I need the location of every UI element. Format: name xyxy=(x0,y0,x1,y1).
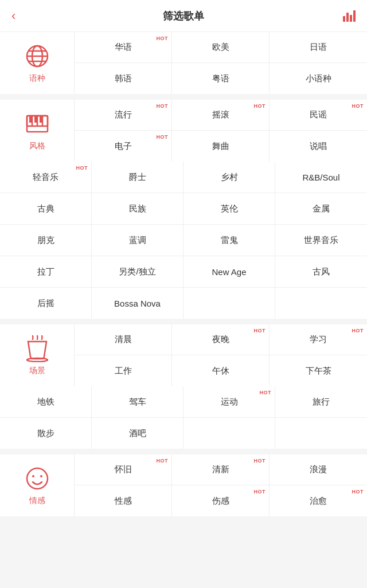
tag-hanyu[interactable]: 韩语 xyxy=(75,63,172,94)
tag-label: 地铁 xyxy=(37,397,54,407)
tag-qingxin[interactable]: HOT 清新 xyxy=(172,454,270,485)
tag-label: 粤语 xyxy=(212,73,229,84)
style-tag-grid-top: HOT 流行 HOT 摇滚 HOT 民谣 HOT 电子 舞曲 说唱 xyxy=(75,100,367,162)
tag-yundong[interactable]: HOT 运动 xyxy=(184,386,275,417)
tag-dianzi[interactable]: HOT 电子 xyxy=(75,131,172,162)
tag-wuqu[interactable]: 舞曲 xyxy=(172,131,270,162)
tag-label: 华语 xyxy=(115,42,132,53)
language-icon-cell: 语种 xyxy=(0,32,75,94)
tag-jinshu[interactable]: 金属 xyxy=(275,193,367,224)
tag-yueyu[interactable]: 粤语 xyxy=(172,63,270,94)
tag-label: 旅行 xyxy=(313,397,330,407)
tag-label: 英伦 xyxy=(221,203,238,214)
tag-gongzuo[interactable]: 工作 xyxy=(75,355,172,386)
scene-category-row: 场景 清晨 HOT 夜晚 HOT 学习 工作 午休 下午茶 xyxy=(0,324,367,386)
tag-bossanova[interactable]: Bossa Nova xyxy=(92,288,184,319)
tag-label: 流行 xyxy=(115,109,132,120)
tag-label: 古典 xyxy=(37,203,54,214)
hot-badge: HOT xyxy=(157,36,169,41)
tag-label: 清新 xyxy=(212,464,229,475)
tag-pengke[interactable]: 朋克 xyxy=(0,225,92,256)
tag-label: 另类/独立 xyxy=(119,266,155,277)
tag-huaijiu[interactable]: HOT 怀旧 xyxy=(75,454,172,485)
tag-label: 午休 xyxy=(212,366,229,377)
bar4 xyxy=(353,10,356,22)
tag-qingyinyue[interactable]: HOT 轻音乐 xyxy=(0,162,92,193)
bar2 xyxy=(346,13,349,22)
tag-rnbsoul[interactable]: R&B/Soul xyxy=(275,162,367,193)
tag-label: Bossa Nova xyxy=(114,299,161,308)
scene-row-3: 地铁 驾车 HOT 运动 旅行 xyxy=(0,386,367,418)
tag-jueshi[interactable]: 爵士 xyxy=(92,162,184,193)
tag-leigui[interactable]: 雷鬼 xyxy=(184,225,275,256)
chart-icon-button[interactable] xyxy=(343,10,356,22)
svg-point-13 xyxy=(27,358,48,362)
svg-point-15 xyxy=(32,475,34,477)
bar3 xyxy=(350,15,352,22)
tag-jiache[interactable]: 驾车 xyxy=(92,386,184,417)
tag-sanbu[interactable]: 散步 xyxy=(0,418,92,449)
tag-label: 学习 xyxy=(310,334,327,345)
tag-label: 拉丁 xyxy=(37,266,54,277)
tag-label: 怀旧 xyxy=(115,464,132,475)
tag-label: 爵士 xyxy=(129,172,146,183)
tag-shijie[interactable]: 世界音乐 xyxy=(275,225,367,256)
tag-label: 韩语 xyxy=(115,73,132,84)
tag-label: 雷鬼 xyxy=(221,235,238,246)
back-button[interactable]: ‹ xyxy=(11,9,15,23)
tag-ditie[interactable]: 地铁 xyxy=(0,386,92,417)
tag-label: 清晨 xyxy=(115,334,132,345)
tag-yinglun[interactable]: 英伦 xyxy=(184,193,275,224)
tag-label: 世界音乐 xyxy=(304,235,338,246)
hot-badge: HOT xyxy=(260,390,272,395)
tag-gufeng[interactable]: 古风 xyxy=(275,256,367,287)
tag-huayu[interactable]: HOT 华语 xyxy=(75,32,172,63)
style-icon-cell: 风格 xyxy=(0,100,75,162)
tag-minyao[interactable]: HOT 民谣 xyxy=(270,100,367,131)
tag-latin[interactable]: 拉丁 xyxy=(0,256,92,287)
tag-liuxing[interactable]: HOT 流行 xyxy=(75,100,172,131)
tag-wuxiu[interactable]: 午休 xyxy=(172,355,270,386)
tag-xiawucha[interactable]: 下午茶 xyxy=(270,355,367,386)
tag-label: 伤感 xyxy=(212,496,229,507)
tag-lvxing[interactable]: 旅行 xyxy=(275,386,367,417)
tag-label: 乡村 xyxy=(221,172,238,183)
tag-qingchen[interactable]: 清晨 xyxy=(75,324,172,355)
style-section: 风格 HOT 流行 HOT 摇滚 HOT 民谣 HOT 电子 舞曲 xyxy=(0,100,367,319)
tag-xuexi[interactable]: HOT 学习 xyxy=(270,324,367,355)
tag-shuochang[interactable]: 说唱 xyxy=(270,131,367,162)
tag-xiangcun[interactable]: 乡村 xyxy=(184,162,275,193)
tag-label: 朋克 xyxy=(37,235,54,246)
hot-badge: HOT xyxy=(352,328,364,334)
tag-landiao[interactable]: 蓝调 xyxy=(92,225,184,256)
tag-label: 工作 xyxy=(115,366,132,377)
tag-jiuba[interactable]: 酒吧 xyxy=(92,418,184,449)
tag-xinggan[interactable]: 性感 xyxy=(75,485,172,516)
tag-newage[interactable]: New Age xyxy=(184,256,275,287)
tag-langman[interactable]: 浪漫 xyxy=(270,454,367,485)
tag-yewan[interactable]: HOT 夜晚 xyxy=(172,324,270,355)
tag-yaoguan[interactable]: HOT 摇滚 xyxy=(172,100,270,131)
tag-label: 治愈 xyxy=(310,496,327,507)
tag-houyao[interactable]: 后摇 xyxy=(0,288,92,319)
hot-badge: HOT xyxy=(76,165,88,171)
tag-shangan[interactable]: HOT 伤感 xyxy=(172,485,270,516)
tag-minzu[interactable]: 民族 xyxy=(92,193,184,224)
tag-label: 性感 xyxy=(115,496,132,507)
tag-riyu[interactable]: 日语 xyxy=(270,32,367,63)
tag-alternative[interactable]: 另类/独立 xyxy=(92,256,184,287)
tag-xiaoyuzhong[interactable]: 小语种 xyxy=(270,63,367,94)
tag-label: 摇滚 xyxy=(212,109,229,120)
coffee-icon xyxy=(24,335,51,362)
tag-label: 驾车 xyxy=(129,397,146,407)
tag-label: 后摇 xyxy=(37,298,54,309)
tag-label: 电子 xyxy=(115,141,132,152)
tag-zhiyu[interactable]: HOT 治愈 xyxy=(270,485,367,516)
style-row-7: 后摇 Bossa Nova xyxy=(0,288,367,319)
style-row-3: HOT 轻音乐 爵士 乡村 R&B/Soul xyxy=(0,162,367,193)
tag-label: 浪漫 xyxy=(310,464,327,475)
style-row-5: 朋克 蓝调 雷鬼 世界音乐 xyxy=(0,225,367,256)
tag-gudian[interactable]: 古典 xyxy=(0,193,92,224)
scene-section: 场景 清晨 HOT 夜晚 HOT 学习 工作 午休 下午茶 xyxy=(0,324,367,449)
tag-oumei[interactable]: 欧美 xyxy=(172,32,270,63)
